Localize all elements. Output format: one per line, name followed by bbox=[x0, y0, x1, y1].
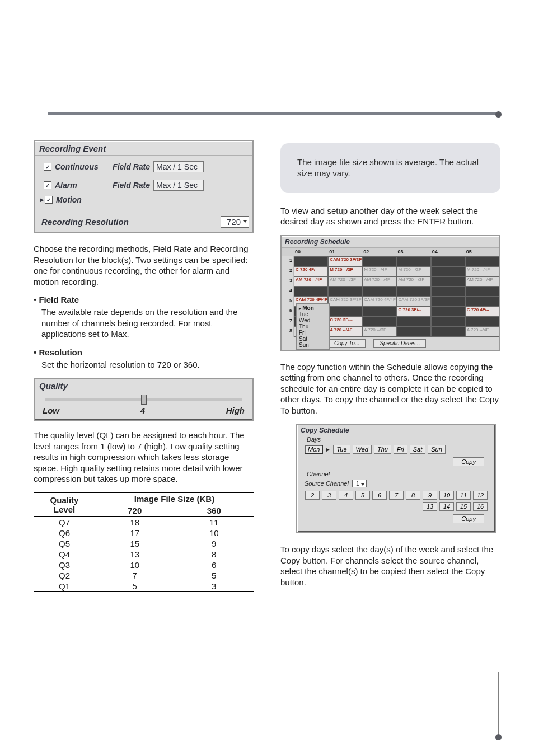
schedule-cell[interactable]: AM 720 --/3F bbox=[328, 276, 362, 287]
schedule-cell[interactable] bbox=[362, 287, 396, 297]
schedule-cell[interactable] bbox=[362, 317, 396, 327]
schedule-cell[interactable]: C 720 3F/-- bbox=[328, 317, 362, 327]
table-row: Q5159 bbox=[34, 538, 254, 549]
schedule-cell[interactable]: A 720 --/4F bbox=[328, 327, 362, 337]
days-group: Days Mon▸TueWedThuFriSatSun Copy bbox=[301, 440, 491, 471]
paragraph: Choose the recording methods, Field Rate… bbox=[34, 243, 254, 287]
day-menu-item[interactable]: Mon bbox=[298, 305, 328, 311]
schedule-cell[interactable]: AM 720 --/4F bbox=[294, 276, 328, 287]
channel-button[interactable]: 12 bbox=[473, 491, 488, 500]
day-button[interactable]: Thu bbox=[374, 445, 391, 454]
schedule-cell[interactable]: AM 720 --/3F bbox=[397, 276, 431, 287]
specific-dates-button[interactable]: Specific Dates... bbox=[373, 339, 426, 348]
motion-checkbox[interactable]: ✓ bbox=[45, 196, 53, 204]
schedule-cell[interactable] bbox=[397, 317, 431, 327]
schedule-cell[interactable] bbox=[431, 327, 465, 337]
channel-button[interactable]: 9 bbox=[423, 491, 437, 500]
continuous-value[interactable]: Max / 1 Sec bbox=[153, 161, 204, 172]
channel-button[interactable]: 13 bbox=[423, 502, 437, 511]
day-button[interactable]: Tue bbox=[333, 445, 350, 454]
channel-button[interactable]: 10 bbox=[439, 491, 454, 500]
quality-title: Quality bbox=[35, 379, 252, 393]
day-menu-item[interactable]: Thu bbox=[298, 323, 328, 330]
copy-to-button[interactable]: Copy To... bbox=[328, 339, 366, 348]
resolution-body: Set the horizontal resolution to 720 or … bbox=[41, 359, 254, 370]
schedule-cell[interactable]: CAM 720 4F/4F bbox=[362, 297, 396, 307]
alarm-checkbox[interactable]: ✓ bbox=[44, 181, 51, 189]
schedule-cell[interactable]: C 720 4F/-- bbox=[294, 266, 328, 276]
day-menu[interactable]: MonTueWedThuFriSatSun bbox=[296, 303, 330, 350]
paragraph: To copy days select the day(s) of the we… bbox=[280, 544, 500, 588]
schedule-cell[interactable] bbox=[431, 317, 465, 327]
day-button[interactable]: Mon bbox=[305, 445, 323, 454]
channel-button[interactable]: 7 bbox=[389, 491, 404, 500]
schedule-cell[interactable] bbox=[397, 327, 431, 337]
schedule-hour-header bbox=[282, 248, 294, 256]
schedule-cell[interactable] bbox=[465, 256, 499, 266]
schedule-cell[interactable] bbox=[431, 287, 465, 297]
day-menu-item[interactable]: Sun bbox=[298, 342, 328, 348]
quality-thumb[interactable] bbox=[141, 395, 147, 405]
schedule-cell[interactable]: C 720 3F/-- bbox=[397, 307, 431, 317]
channel-button[interactable]: 16 bbox=[473, 502, 488, 511]
schedule-cell[interactable] bbox=[362, 256, 396, 266]
quality-slider[interactable] bbox=[45, 398, 242, 401]
schedule-cell[interactable] bbox=[362, 307, 396, 317]
day-button[interactable]: Fri bbox=[394, 445, 407, 454]
schedule-cell[interactable] bbox=[397, 256, 431, 266]
paragraph: To view and setup another day of the wee… bbox=[280, 205, 500, 227]
field-rate-label: Field Rate bbox=[105, 181, 153, 190]
day-button[interactable]: Sun bbox=[428, 445, 446, 454]
source-channel-select[interactable]: 1 bbox=[352, 480, 367, 487]
channel-button[interactable]: 2 bbox=[305, 491, 320, 500]
schedule-cell[interactable] bbox=[465, 317, 499, 327]
schedule-cell[interactable]: AM 720 --/4F bbox=[465, 276, 499, 287]
field-rate-body: The available rate depends on the resolu… bbox=[41, 307, 254, 340]
schedule-cell[interactable]: M 720 --/3F bbox=[397, 266, 431, 276]
channel-button[interactable]: 15 bbox=[456, 502, 471, 511]
channel-button[interactable]: 5 bbox=[355, 491, 370, 500]
schedule-cell[interactable]: CAM 720 3F/3F bbox=[328, 297, 362, 307]
schedule-cell[interactable] bbox=[328, 287, 362, 297]
schedule-cell[interactable]: C 720 4F/-- bbox=[465, 307, 499, 317]
days-copy-button[interactable]: Copy bbox=[453, 457, 484, 466]
day-button[interactable]: Sat bbox=[410, 445, 426, 454]
channel-copy-button[interactable]: Copy bbox=[453, 514, 484, 523]
continuous-checkbox[interactable]: ✓ bbox=[44, 163, 51, 171]
schedule-cell[interactable]: M 720 --/4F bbox=[465, 266, 499, 276]
schedule-cell[interactable]: M 720 --/4F bbox=[362, 266, 396, 276]
schedule-cell[interactable]: A 720 --/4F bbox=[465, 327, 499, 337]
schedule-cell[interactable]: CAM 720 3F/3F bbox=[328, 256, 362, 266]
schedule-cell[interactable] bbox=[431, 297, 465, 307]
schedule-cell[interactable] bbox=[431, 256, 465, 266]
schedule-cell[interactable]: A 720 --/3F bbox=[362, 327, 396, 337]
channel-button[interactable]: 14 bbox=[439, 502, 454, 511]
schedule-cell[interactable] bbox=[465, 297, 499, 307]
schedule-cell[interactable]: CAM 720 3F/3F bbox=[397, 297, 431, 307]
schedule-cell[interactable] bbox=[294, 287, 328, 297]
schedule-cell[interactable] bbox=[465, 287, 499, 297]
continuous-row: ✓ Continuous Field Rate Max / 1 Sec bbox=[38, 159, 250, 175]
schedule-cell[interactable] bbox=[397, 287, 431, 297]
day-menu-item[interactable]: Sat bbox=[298, 336, 328, 342]
channel-button[interactable]: 3 bbox=[322, 491, 336, 500]
separator bbox=[38, 176, 250, 176]
schedule-cell[interactable]: AM 720 --/4F bbox=[362, 276, 396, 287]
channel-button[interactable]: 4 bbox=[339, 491, 353, 500]
resolution-select[interactable]: 720 bbox=[221, 216, 249, 228]
schedule-cell[interactable]: M 720 --/3F bbox=[328, 266, 362, 276]
day-button[interactable]: Wed bbox=[353, 445, 372, 454]
schedule-cell[interactable] bbox=[431, 307, 465, 317]
schedule-row-num: 4 bbox=[282, 287, 294, 297]
day-menu-item[interactable]: Tue bbox=[298, 311, 328, 317]
day-menu-item[interactable]: Wed bbox=[298, 317, 328, 323]
alarm-value[interactable]: Max / 1 Sec bbox=[153, 180, 204, 191]
schedule-cell[interactable] bbox=[294, 256, 328, 266]
channel-button[interactable]: 8 bbox=[406, 491, 420, 500]
schedule-cell[interactable] bbox=[431, 276, 465, 287]
schedule-cell[interactable] bbox=[328, 307, 362, 317]
schedule-cell[interactable] bbox=[431, 266, 465, 276]
day-menu-item[interactable]: Fri bbox=[298, 330, 328, 336]
channel-button[interactable]: 11 bbox=[456, 491, 471, 500]
channel-button[interactable]: 6 bbox=[372, 491, 387, 500]
